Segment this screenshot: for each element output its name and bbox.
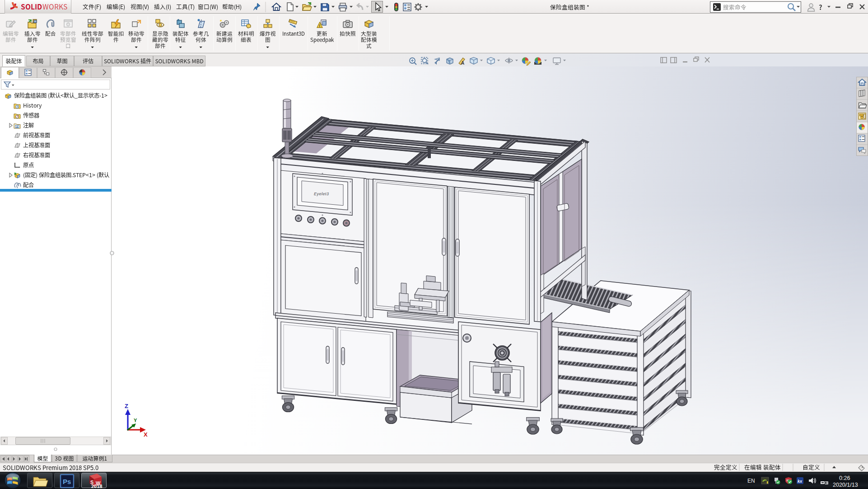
svg-text:2018: 2018	[91, 484, 102, 489]
svg-text:A: A	[461, 61, 464, 66]
svg-text:0:26: 0:26	[839, 475, 850, 481]
svg-text:2020/1/13: 2020/1/13	[833, 482, 858, 488]
svg-text:!: !	[319, 24, 320, 28]
svg-text:kx: kx	[798, 479, 803, 484]
svg-text:EN: EN	[747, 478, 755, 484]
svg-text:A: A	[16, 125, 19, 128]
svg-text:Ps: Ps	[63, 478, 71, 485]
